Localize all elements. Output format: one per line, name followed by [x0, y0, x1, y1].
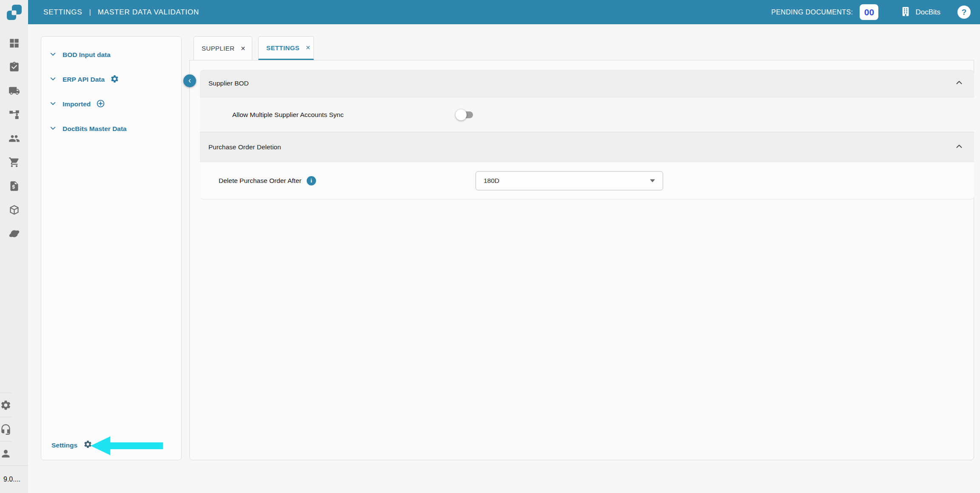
- tab-settings[interactable]: SETTINGS ✕: [258, 36, 314, 60]
- select-value: 180D: [484, 177, 650, 185]
- top-bar: SETTINGS | MASTER DATA VALIDATION PENDIN…: [28, 0, 980, 24]
- sidebar-item-bod-input-data[interactable]: BOD Input data: [41, 43, 181, 67]
- dropdown-caret-icon: [650, 179, 655, 182]
- tasks-clipboard-icon[interactable]: [9, 61, 20, 73]
- row-delete-purchase-order-after: Delete Purchase Order After i 180D: [200, 162, 974, 199]
- pending-documents-label: PENDING DOCUMENTS:: [771, 9, 853, 16]
- org-switcher[interactable]: DocBits: [900, 6, 940, 19]
- delete-po-after-select[interactable]: 180D: [476, 171, 663, 190]
- breadcrumb-divider: |: [89, 8, 91, 17]
- page-title: MASTER DATA VALIDATION: [98, 8, 199, 17]
- dashboard-icon[interactable]: [9, 37, 20, 49]
- chevron-up-icon[interactable]: [954, 142, 964, 153]
- sidebar-settings-button[interactable]: Settings: [51, 440, 92, 450]
- shipping-truck-icon[interactable]: [9, 85, 20, 97]
- sidebar-item-label: Imported: [63, 100, 91, 108]
- breadcrumb-section: SETTINGS: [43, 8, 82, 17]
- tab-close-icon[interactable]: ✕: [240, 46, 245, 51]
- chevron-down-icon: [49, 100, 57, 109]
- sidebar-item-label: DocBits Master Data: [63, 125, 127, 133]
- master-data-sidebar: BOD Input data ERP API Data Imported: [41, 36, 182, 460]
- sidebar-item-label: ERP API Data: [63, 76, 105, 83]
- section-header-supplier-bod[interactable]: Supplier BOD: [200, 70, 974, 97]
- tab-label: SUPPLIER: [202, 45, 234, 52]
- section-header-purchase-order-deletion[interactable]: Purchase Order Deletion: [200, 132, 974, 162]
- rail-settings-gear-icon[interactable]: [0, 393, 11, 417]
- tab-close-icon[interactable]: ✕: [305, 45, 311, 51]
- annotation-arrow: [91, 436, 163, 457]
- building-icon: [900, 6, 911, 19]
- sidebar-item-imported[interactable]: Imported: [41, 92, 181, 117]
- workflow-tree-icon[interactable]: [9, 109, 20, 120]
- chevron-down-icon: [49, 124, 57, 134]
- settings-panel-body: Supplier BOD Allow Multiple Supplier Acc…: [189, 60, 974, 460]
- sidebar-item-erp-api-data[interactable]: ERP API Data: [41, 67, 181, 92]
- section-title: Supplier BOD: [208, 80, 249, 87]
- row-label: Allow Multiple Supplier Accounts Sync: [232, 111, 344, 119]
- chevron-up-icon[interactable]: [954, 78, 964, 89]
- package-icon[interactable]: [9, 204, 20, 216]
- integrations-orbit-icon[interactable]: [9, 228, 20, 239]
- collapse-panel-button[interactable]: [183, 74, 196, 87]
- org-name: DocBits: [915, 8, 940, 17]
- erp-api-gear-icon[interactable]: [110, 74, 119, 85]
- app-version: 9.0....: [3, 476, 28, 483]
- settings-label: Settings: [51, 442, 77, 449]
- icon-rail: 9.0....: [0, 0, 28, 493]
- allow-multiple-supplier-accounts-sync-toggle[interactable]: [456, 109, 474, 120]
- sidebar-item-label: BOD Input data: [63, 51, 111, 59]
- pending-documents-badge[interactable]: 00: [860, 4, 878, 20]
- chevron-down-icon: [49, 75, 57, 85]
- add-imported-plus-icon[interactable]: [96, 99, 105, 110]
- tab-label: SETTINGS: [266, 44, 299, 51]
- main-panel: SUPPLIER ✕ SETTINGS ✕ Supplier BOD Allow…: [189, 36, 974, 460]
- users-icon[interactable]: [9, 133, 20, 144]
- invoice-icon[interactable]: [9, 180, 20, 192]
- account-person-icon[interactable]: [0, 441, 11, 465]
- chevron-down-icon: [49, 50, 57, 60]
- support-headset-icon[interactable]: [0, 417, 11, 441]
- breadcrumb: SETTINGS | MASTER DATA VALIDATION: [43, 8, 199, 17]
- settings-sections: Supplier BOD Allow Multiple Supplier Acc…: [200, 70, 974, 199]
- row-allow-multiple-supplier-accounts-sync: Allow Multiple Supplier Accounts Sync: [200, 97, 974, 132]
- cart-icon[interactable]: [9, 157, 20, 168]
- help-icon[interactable]: ?: [957, 6, 971, 19]
- docbits-logo[interactable]: [5, 3, 23, 22]
- section-title: Purchase Order Deletion: [208, 143, 281, 151]
- row-label: Delete Purchase Order After: [219, 177, 302, 185]
- tab-supplier[interactable]: SUPPLIER ✕: [194, 36, 252, 60]
- info-icon[interactable]: i: [307, 176, 316, 185]
- sidebar-item-docbits-master-data[interactable]: DocBits Master Data: [41, 117, 181, 141]
